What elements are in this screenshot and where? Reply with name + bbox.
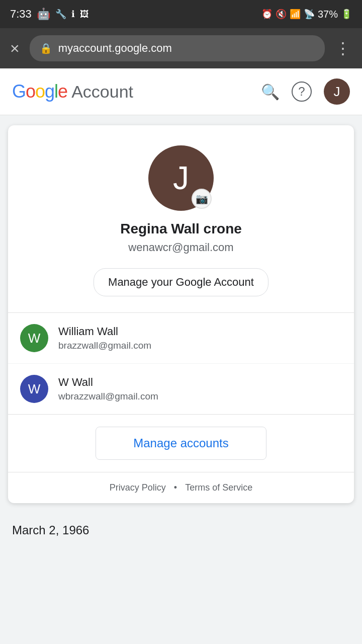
manage-accounts-button[interactable]: Manage accounts: [96, 427, 266, 460]
user-avatar-header[interactable]: J: [324, 78, 350, 105]
image-icon: 🖼: [80, 9, 89, 20]
help-icon[interactable]: ?: [292, 82, 312, 102]
profile-avatar-container: J 📷: [148, 145, 214, 211]
camera-badge-button[interactable]: 📷: [192, 189, 212, 209]
account-info-william: William Wall brazzwall@gmail.com: [58, 325, 151, 351]
header-icons: 🔍 ? J: [261, 78, 350, 105]
account-email-wwall: wbrazzwall@gmail.com: [58, 391, 158, 402]
account-name-wwall: W Wall: [58, 376, 158, 389]
account-panel: J 📷 Regina Wall crone wenawcr@gmail.com …: [8, 125, 354, 503]
account-avatar-william: W: [20, 324, 48, 352]
browser-menu-button[interactable]: ⋮: [335, 39, 352, 58]
browser-close-button[interactable]: ×: [10, 39, 20, 58]
battery: 37%: [318, 9, 338, 20]
search-icon[interactable]: 🔍: [261, 83, 280, 101]
google-header: Google Account 🔍 ? J: [0, 68, 362, 115]
camera-icon: 📷: [196, 193, 208, 205]
android-icon: 🤖: [37, 8, 50, 21]
status-left: 7:33 🤖 🔧 ℹ 🖼: [10, 8, 89, 21]
account-email-william: brazzwall@gmail.com: [58, 340, 151, 351]
manage-accounts-section: Manage accounts: [8, 415, 354, 472]
wrench-icon: 🔧: [55, 9, 66, 20]
alarm-icon: ⏰: [261, 9, 273, 20]
account-avatar-wwall: W: [20, 375, 48, 403]
profile-name: Regina Wall crone: [120, 221, 242, 237]
account-info-wwall: W Wall wbrazzwall@gmail.com: [58, 376, 158, 402]
battery-icon: 🔋: [341, 9, 352, 20]
bottom-content: March 2, 1966: [0, 513, 362, 547]
url-text: myaccount.google.com: [58, 42, 172, 55]
google-logo: Google: [12, 81, 67, 102]
profile-section: J 📷 Regina Wall crone wenawcr@gmail.com …: [8, 125, 354, 313]
main-content: Google Account 🔍 ? J J 📷 Regina Wall cr: [0, 68, 362, 644]
accounts-list: W William Wall brazzwall@gmail.com W W W…: [8, 313, 354, 415]
terms-of-service-link[interactable]: Terms of Service: [185, 482, 252, 493]
footer-separator: •: [174, 482, 177, 493]
privacy-policy-link[interactable]: Privacy Policy: [110, 482, 166, 493]
account-name-william: William Wall: [58, 325, 151, 338]
time: 7:33: [10, 8, 32, 21]
manage-google-account-button[interactable]: Manage your Google Account: [94, 268, 268, 296]
panel-footer: Privacy Policy • Terms of Service: [8, 472, 354, 503]
lock-icon: 🔒: [40, 42, 52, 54]
status-bar: 7:33 🤖 🔧 ℹ 🖼 ⏰ 🔇 📶 📡 37% 🔋: [0, 0, 362, 28]
mute-icon: 🔇: [276, 9, 287, 20]
status-right: ⏰ 🔇 📶 📡 37% 🔋: [261, 9, 352, 20]
bottom-date: March 2, 1966: [12, 523, 89, 537]
profile-email: wenawcr@gmail.com: [128, 241, 233, 254]
url-bar[interactable]: 🔒 myaccount.google.com: [30, 35, 325, 61]
info-icon: ℹ: [71, 9, 75, 20]
google-account-label: Account: [71, 82, 133, 102]
account-item-william[interactable]: W William Wall brazzwall@gmail.com: [8, 313, 354, 364]
signal-icon: 📡: [304, 9, 315, 20]
wifi-icon: 📶: [290, 9, 301, 20]
browser-bar: × 🔒 myaccount.google.com ⋮: [0, 28, 362, 68]
account-item-wwall[interactable]: W W Wall wbrazzwall@gmail.com: [8, 364, 354, 414]
